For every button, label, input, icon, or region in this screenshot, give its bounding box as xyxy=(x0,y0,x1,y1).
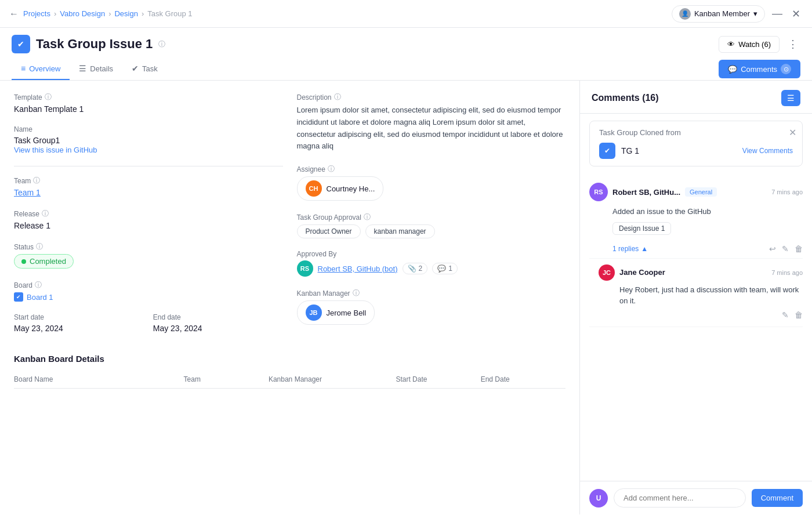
description-text: Lorem ipsum dolor sit amet, consectetur … xyxy=(297,104,566,153)
edit-comment-button[interactable]: ✎ xyxy=(782,244,789,253)
comments-tab-button[interactable]: 💬 Comments ⊙ xyxy=(719,60,800,78)
clone-item: ✔ TG 1 View Comments xyxy=(599,143,793,159)
breadcrumb: Projects › Vabro Design › Design › Task … xyxy=(23,9,672,18)
watch-button[interactable]: 👁 Watch (6) xyxy=(719,36,780,53)
assignee-info-icon[interactable]: ⓘ xyxy=(328,164,335,174)
reply-header: JC Jane Cooper 7 mins ago xyxy=(599,264,803,281)
watch-label: Watch (6) xyxy=(738,40,771,49)
description-label: Description ⓘ xyxy=(297,92,566,102)
content-area: Template ⓘ Kanban Template 1 Name Task G… xyxy=(0,81,580,514)
breadcrumb-current: Task Group 1 xyxy=(147,9,192,18)
replies-count: 1 replies xyxy=(612,245,639,253)
main-layout: Template ⓘ Kanban Template 1 Name Task G… xyxy=(0,81,812,514)
release-info-icon[interactable]: ⓘ xyxy=(42,209,49,219)
reply-text: Hey Robert, just had a discussion with t… xyxy=(619,284,803,307)
board-label: Board ⓘ xyxy=(14,280,283,290)
user-badge[interactable]: 👤 Kanban Member ▾ xyxy=(672,5,765,23)
comments-count: (16) xyxy=(642,93,658,103)
comment-input[interactable] xyxy=(614,488,746,507)
kanban-board-details-section: Kanban Board Details Board Name Team Kan… xyxy=(14,354,566,389)
header-info-icon[interactable]: ⓘ xyxy=(158,39,165,49)
top-navigation: ← Projects › Vabro Design › Design › Tas… xyxy=(0,0,812,28)
user-icon: 👤 xyxy=(679,8,691,20)
board-field: Board ⓘ ✔ Board 1 xyxy=(14,280,283,302)
template-info-icon[interactable]: ⓘ xyxy=(45,92,52,102)
comments-tab-circle-icon: ⊙ xyxy=(781,64,791,74)
description-field: Description ⓘ Lorem ipsum dolor sit amet… xyxy=(297,92,566,153)
comment-header: RS Robert SB, GitHu... General 7 mins ag… xyxy=(589,183,803,201)
github-link[interactable]: View this issue in GitHub xyxy=(14,146,97,154)
team-field: Team ⓘ Team 1 xyxy=(14,176,283,197)
clone-card-header: Task Group Cloned from xyxy=(599,128,793,137)
tab-overview[interactable]: ≡ Overview xyxy=(12,58,70,80)
comment-author-name: Robert SB, GitHu... xyxy=(612,188,680,197)
end-date-label: End date xyxy=(153,313,283,321)
breadcrumb-projects[interactable]: Projects xyxy=(23,9,50,18)
col-end-date: End Date xyxy=(481,375,566,383)
comment-count: 💬 1 xyxy=(432,263,458,274)
reply-item: JC Jane Cooper 7 mins ago Hey Robert, ju… xyxy=(589,258,803,320)
release-label: Release ⓘ xyxy=(14,209,283,219)
more-options-button[interactable]: ⋮ xyxy=(785,35,800,53)
view-comments-button[interactable]: View Comments xyxy=(742,147,793,155)
details-tab-icon: ☰ xyxy=(79,64,86,73)
reply-avatar: JC xyxy=(599,264,615,281)
comment-count-val: 1 xyxy=(448,264,452,273)
kanban-manager-name: Jerome Bell xyxy=(327,309,367,317)
board-icon: ✔ xyxy=(14,292,23,302)
send-comment-button[interactable]: Comment xyxy=(752,489,803,507)
clone-item-name: TG 1 xyxy=(621,146,737,155)
page-title: Task Group Issue 1 xyxy=(36,37,153,52)
delete-reply-button[interactable]: 🗑 xyxy=(795,310,803,320)
replies-button[interactable]: 1 replies ▲ xyxy=(612,245,648,253)
status-field: Status ⓘ Completed xyxy=(14,242,283,269)
start-date-field: Start date May 23, 2024 xyxy=(14,313,144,333)
assignee-chip[interactable]: CH Courtney He... xyxy=(297,176,384,201)
dates-row: Start date May 23, 2024 End date May 23,… xyxy=(14,313,283,345)
close-button[interactable]: ✕ xyxy=(789,5,803,23)
table-header: Board Name Team Kanban Manager Start Dat… xyxy=(14,371,566,389)
approved-by-name[interactable]: Robert SB, GitHub (bot) xyxy=(318,264,398,273)
breadcrumb-sep-3: › xyxy=(142,9,144,18)
board-link-text[interactable]: Board 1 xyxy=(27,293,53,302)
minimize-button[interactable]: — xyxy=(770,5,785,22)
name-field: Name Task Group1 View this issue in GitH… xyxy=(14,125,283,154)
kanban-manager-field: Kanban Manager ⓘ JB Jerome Bell xyxy=(297,288,566,325)
chevron-down-icon: ▾ xyxy=(753,9,757,18)
team-info-icon[interactable]: ⓘ xyxy=(33,176,40,186)
page-icon: ✔ xyxy=(12,35,30,53)
release-field: Release ⓘ Release 1 xyxy=(14,209,283,230)
release-value: Release 1 xyxy=(14,221,283,230)
reply-icon-button[interactable]: ↩ xyxy=(769,244,776,253)
watch-icon: 👁 xyxy=(727,40,735,49)
approval-tag-kanban-manager: kanban manager xyxy=(365,224,435,238)
comment-time: 7 mins ago xyxy=(771,188,803,195)
name-label: Name xyxy=(14,125,283,133)
board-value[interactable]: ✔ Board 1 xyxy=(14,292,283,302)
clone-card-close-button[interactable]: ✕ xyxy=(789,127,796,138)
tab-details[interactable]: ☰ Details xyxy=(70,58,122,80)
comment-input-area: U Comment xyxy=(580,481,812,514)
approval-info-icon[interactable]: ⓘ xyxy=(364,212,371,222)
team-value[interactable]: Team 1 xyxy=(14,188,41,197)
edit-reply-button[interactable]: ✎ xyxy=(782,310,789,320)
board-info-icon[interactable]: ⓘ xyxy=(35,280,42,290)
tab-task[interactable]: ✔ Task xyxy=(122,58,167,80)
kanban-manager-chip[interactable]: JB Jerome Bell xyxy=(297,300,375,325)
template-value: Kanban Template 1 xyxy=(14,104,283,114)
approved-by-avatar: RS xyxy=(297,260,313,277)
status-info-icon[interactable]: ⓘ xyxy=(36,242,43,252)
delete-comment-button[interactable]: 🗑 xyxy=(795,244,803,253)
breadcrumb-design[interactable]: Design xyxy=(114,9,137,18)
description-info-icon[interactable]: ⓘ xyxy=(334,92,341,102)
task-group-approval-field: Task Group Approval ⓘ Product Owner kanb… xyxy=(297,212,566,238)
back-button[interactable]: ← xyxy=(9,9,19,19)
status-badge[interactable]: Completed xyxy=(14,254,74,269)
comments-body: Task Group Cloned from ✕ ✔ TG 1 View Com… xyxy=(580,114,812,481)
breadcrumb-vabro-design[interactable]: Vabro Design xyxy=(60,9,105,18)
approved-by-label: Approved By xyxy=(297,250,566,258)
start-date-label: Start date xyxy=(14,313,144,321)
comments-filter-button[interactable]: ☰ xyxy=(781,90,800,106)
kanban-manager-info-icon[interactable]: ⓘ xyxy=(353,288,360,298)
tab-task-label: Task xyxy=(142,64,158,73)
